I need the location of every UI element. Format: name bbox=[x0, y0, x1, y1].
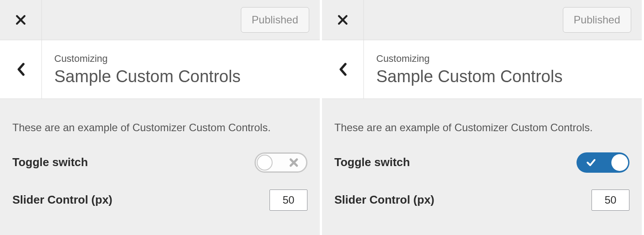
chevron-left-icon bbox=[16, 63, 25, 76]
close-icon bbox=[15, 14, 26, 26]
top-bar-actions: Published bbox=[42, 0, 320, 40]
back-button[interactable] bbox=[0, 40, 42, 99]
toggle-knob bbox=[611, 154, 628, 171]
section-body: These are an example of Customizer Custo… bbox=[322, 99, 642, 227]
published-button[interactable]: Published bbox=[241, 7, 309, 33]
back-button[interactable] bbox=[322, 40, 364, 99]
customizer-panel-off: Published Customizing Sample Custom Cont… bbox=[0, 0, 322, 235]
x-icon bbox=[288, 157, 305, 168]
close-button[interactable] bbox=[322, 0, 364, 40]
slider-value-input[interactable]: 50 bbox=[592, 190, 629, 211]
section-description: These are an example of Customizer Custo… bbox=[12, 120, 307, 136]
section-title-block: Customizing Sample Custom Controls bbox=[364, 40, 642, 99]
published-button[interactable]: Published bbox=[563, 7, 631, 33]
toggle-switch-row: Toggle switch bbox=[334, 152, 629, 173]
toggle-switch-label: Toggle switch bbox=[12, 155, 88, 169]
toggle-switch[interactable] bbox=[255, 152, 307, 173]
close-icon bbox=[337, 14, 348, 26]
section-eyebrow: Customizing bbox=[376, 53, 642, 64]
section-header: Customizing Sample Custom Controls bbox=[322, 40, 642, 99]
check-icon bbox=[578, 157, 596, 168]
section-body: These are an example of Customizer Custo… bbox=[0, 99, 320, 227]
top-bar: Published bbox=[322, 0, 642, 40]
chevron-left-icon bbox=[338, 63, 347, 76]
section-header: Customizing Sample Custom Controls bbox=[0, 40, 320, 99]
section-title: Sample Custom Controls bbox=[54, 67, 320, 86]
section-title: Sample Custom Controls bbox=[376, 67, 642, 86]
slider-control-label: Slider Control (px) bbox=[12, 193, 112, 207]
top-bar: Published bbox=[0, 0, 320, 40]
toggle-switch-label: Toggle switch bbox=[334, 155, 410, 169]
customizer-panel-on: Published Customizing Sample Custom Cont… bbox=[322, 0, 644, 235]
toggle-switch[interactable] bbox=[577, 152, 629, 173]
top-bar-actions: Published bbox=[364, 0, 642, 40]
slider-control-row: Slider Control (px) 50 bbox=[334, 190, 629, 211]
slider-value-input[interactable]: 50 bbox=[270, 190, 307, 211]
section-description: These are an example of Customizer Custo… bbox=[334, 120, 629, 136]
toggle-knob bbox=[257, 155, 273, 171]
slider-control-row: Slider Control (px) 50 bbox=[12, 190, 307, 211]
close-button[interactable] bbox=[0, 0, 42, 40]
slider-control-label: Slider Control (px) bbox=[334, 193, 434, 207]
toggle-switch-row: Toggle switch bbox=[12, 152, 307, 173]
section-title-block: Customizing Sample Custom Controls bbox=[42, 40, 320, 99]
section-eyebrow: Customizing bbox=[54, 53, 320, 64]
